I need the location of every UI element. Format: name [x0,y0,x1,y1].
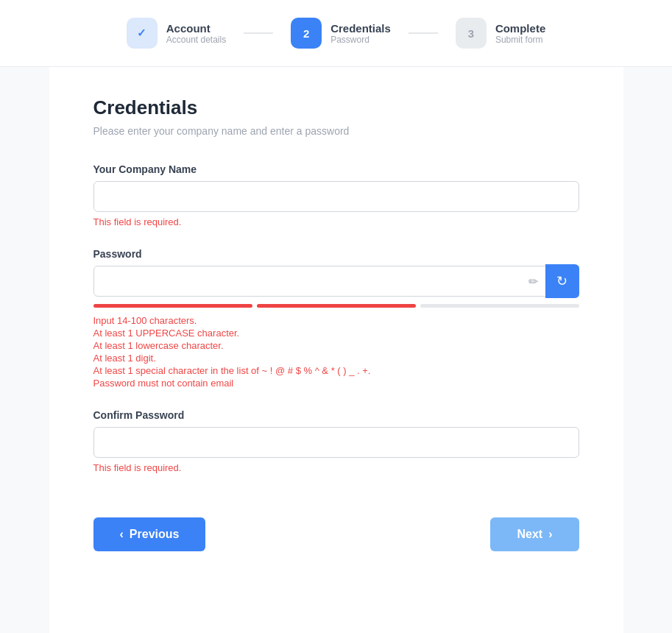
rule-email: Password must not contain email [93,378,579,389]
step-credentials-info: Credentials Password [330,22,391,45]
company-name-label: Your Company Name [93,163,579,175]
rule-uppercase: At least 1 UPPERCASE character. [93,328,579,339]
step-account-circle: ✓ [127,18,158,49]
step-account-info: Account Account details [166,22,226,45]
password-strength-bars [93,304,579,308]
password-input[interactable] [93,266,579,297]
step-complete-title: Complete [495,22,545,35]
company-name-input[interactable] [93,181,579,212]
company-name-group: Your Company Name This field is required… [93,163,579,227]
step-credentials: 2 Credentials Password [282,15,400,52]
step-divider-1 [244,32,273,34]
step-divider-2 [408,32,438,34]
rule-lowercase: At least 1 lowercase character. [93,340,579,351]
previous-label: Previous [130,528,180,541]
step-complete-subtitle: Submit form [495,35,545,45]
nav-buttons: ‹ Previous Next › [93,503,579,551]
rule-special: At least 1 special character in the list… [93,365,579,376]
checkmark-icon: ✓ [137,26,146,40]
step-account-subtitle: Account details [166,35,226,45]
confirm-password-input[interactable] [93,427,579,458]
stepper: ✓ Account Account details 2 Credentials … [0,0,672,67]
password-generate-button[interactable]: ↻ [545,264,579,298]
page-title: Credentials [93,96,579,119]
password-toggle-icon[interactable]: ✏ [526,272,541,291]
prev-arrow-icon: ‹ [120,528,124,541]
main-content: Credentials Please enter your company na… [49,67,623,633]
step-credentials-subtitle: Password [330,35,391,45]
company-name-error: This field is required. [93,216,579,227]
next-label: Next [517,528,542,541]
step-complete-circle: 3 [456,18,487,49]
previous-button[interactable]: ‹ Previous [93,517,206,551]
step-account: ✓ Account Account details [118,15,235,52]
refresh-icon: ↻ [556,273,567,289]
rule-length: Input 14-100 characters. [93,315,579,326]
step-credentials-title: Credentials [330,22,391,35]
next-arrow-icon: › [548,528,552,541]
page-subtitle: Please enter your company name and enter… [93,125,579,137]
step-credentials-number: 2 [303,27,309,40]
step-complete: 3 Complete Submit form [447,15,554,52]
strength-bar-2 [257,304,416,308]
confirm-password-group: Confirm Password This field is required. [93,409,579,473]
confirm-password-label: Confirm Password [93,409,579,421]
confirm-password-error: This field is required. [93,462,579,473]
step-complete-info: Complete Submit form [495,22,545,45]
strength-bar-1 [93,304,252,308]
step-complete-number: 3 [468,27,474,40]
step-credentials-circle: 2 [291,18,322,49]
pen-icon: ✏ [528,275,538,288]
step-account-title: Account [166,22,226,35]
password-input-wrapper: ✏ ↻ [93,266,579,297]
password-validation-rules: Input 14-100 characters. At least 1 UPPE… [93,315,579,389]
rule-digit: At least 1 digit. [93,353,579,364]
password-group: Password ✏ ↻ Input 14-100 characters. At… [93,248,579,389]
password-label: Password [93,248,579,260]
next-button[interactable]: Next › [490,517,579,551]
strength-bar-3 [420,304,579,308]
